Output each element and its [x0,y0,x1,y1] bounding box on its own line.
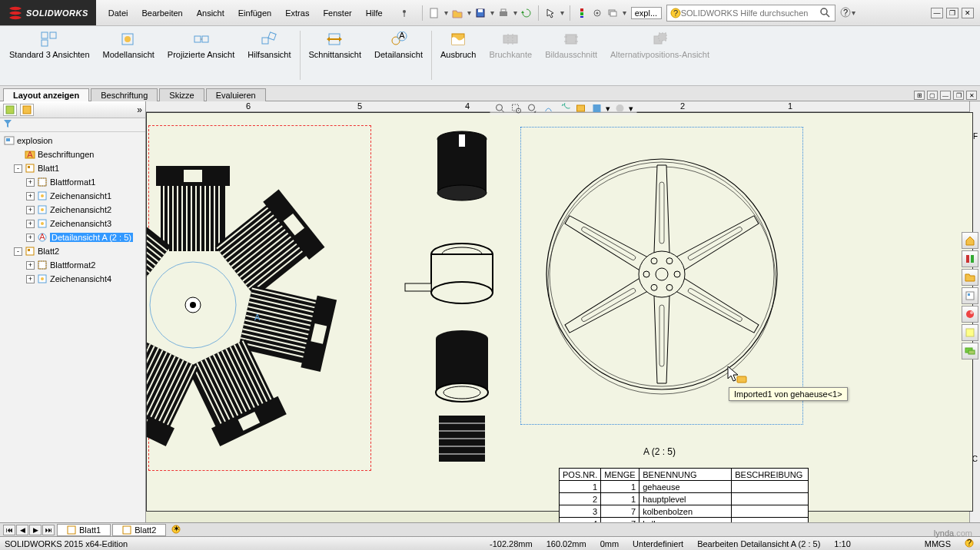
print-icon[interactable] [497,7,510,19]
tab-sketch[interactable]: Skizze [159,88,204,101]
doc-min-button[interactable]: — [940,91,951,100]
open-icon[interactable] [451,7,463,19]
sheet-tab-2[interactable]: Blatt2 [112,524,166,536]
tree-item[interactable]: +Blattformat1 [0,175,145,189]
menu-einfuegen[interactable]: Einfügen [232,5,277,21]
search-input[interactable] [681,8,819,18]
main-menu: Datei Bearbeiten Ansicht Einfügen Extras… [96,5,389,21]
appearances-icon[interactable] [962,306,978,323]
menu-fenster[interactable]: Fenster [317,5,357,21]
tree-root[interactable]: explosion [0,134,145,147]
svg-rect-25 [194,36,201,42]
tree-item[interactable]: +Zeichenansicht1 [0,189,145,203]
sheet-nav-next[interactable]: ▶ [29,525,42,535]
sheet-nav-last[interactable]: ⏭ [42,525,55,535]
file-explorer-icon[interactable] [962,269,978,286]
drawing-area[interactable]: 6 5 4 2 1 F E D C ▾ ▾ [146,101,980,522]
menu-hilfe[interactable]: Hilfe [360,5,389,21]
settings-icon[interactable] [591,7,603,19]
zoom-fit-icon[interactable] [493,102,507,114]
edit-color-icon[interactable] [590,102,603,114]
apply-scene-icon[interactable] [613,102,626,114]
custom-props-icon[interactable] [962,324,978,341]
tab-evaluate[interactable]: Evaluieren [206,88,266,101]
sheet-nav-first[interactable]: ⏮ [3,525,15,535]
layers-icon[interactable] [606,7,619,19]
svg-point-74 [190,302,196,308]
doc-close-button[interactable]: ✕ [966,91,977,100]
view-palette-icon[interactable] [962,287,978,304]
cmd-projected-view[interactable]: Projizierte Ansicht [161,28,241,62]
panel-collapse-icon[interactable]: » [137,104,142,115]
home-icon[interactable] [962,232,978,249]
tree-item[interactable]: +Blattformat2 [0,258,145,272]
select-icon[interactable] [544,7,556,19]
hide-show-icon[interactable] [573,102,587,114]
display-style-icon[interactable] [557,102,571,114]
tree-filter[interactable] [0,118,145,132]
menu-extras[interactable]: Extras [279,5,315,21]
doc-max-button[interactable]: ❐ [953,91,964,100]
drawing-view-2 [393,124,531,485]
status-flag-icon[interactable]: ? [965,538,975,549]
sheet-tab-1[interactable]: Blatt1 [57,524,111,536]
menu-bearbeiten[interactable]: Bearbeiten [135,5,188,21]
search-icon[interactable] [819,7,832,19]
bom-table[interactable]: POS.NR. MENGE BENENNUNG BESCHREIBUNG 11g… [559,468,809,522]
svg-point-62 [41,277,44,280]
cmd-detail-view[interactable]: ADetailansicht [368,28,429,62]
cmd-section-view[interactable]: Schnittansicht [303,28,367,62]
svg-point-63 [496,104,502,111]
tree-item[interactable]: ABeschriftungen [0,147,145,161]
restore-button[interactable]: ❐ [946,8,958,18]
save-icon[interactable] [474,7,487,19]
help-dropdown-icon[interactable]: ? [840,7,851,19]
filter-icon [3,119,12,128]
section-view-icon[interactable] [541,102,555,114]
forum-icon[interactable] [962,343,978,359]
minimize-button[interactable]: — [931,8,943,18]
tree-item[interactable]: +Zeichenansicht2 [0,203,145,217]
cmd-standard-3-views[interactable]: Standard 3 Ansichten [3,28,96,62]
tab-layout[interactable]: Layout anzeigen [3,88,89,101]
table-row[interactable]: 21hauptplevel [560,493,809,505]
doc-prev-icon[interactable]: ⊞ [914,91,925,100]
status-units: MMGS [925,539,951,548]
svg-point-54 [41,222,44,225]
rebuild-icon[interactable] [520,7,533,19]
menu-datei[interactable]: Datei [102,5,135,21]
panel-tab-feature-icon[interactable] [3,104,17,116]
menu-ansicht[interactable]: Ansicht [191,5,231,21]
new-icon[interactable] [428,7,440,19]
tree-item[interactable]: +Zeichenansicht3 [0,217,145,230]
pin-icon[interactable] [398,7,410,19]
table-row[interactable]: 47kolben [560,518,809,523]
options-icon[interactable] [576,7,588,19]
panel-tab-property-icon[interactable] [20,104,34,116]
doc-next-icon[interactable]: ▢ [927,91,938,100]
cmd-auxiliary-view[interactable]: Hilfsansicht [241,28,297,62]
cmd-broken-out[interactable]: Ausbruch [434,28,482,62]
tree-item[interactable]: -Blatt1 [0,161,145,175]
svg-point-0 [403,10,406,13]
close-button[interactable]: ✕ [962,8,974,18]
tree-item[interactable]: +ADetailansicht A (2 : 5) [0,230,145,244]
design-library-icon[interactable] [962,250,978,267]
svg-point-190 [437,185,487,200]
tree-item[interactable]: +Zeichenansicht4 [0,272,145,286]
table-row[interactable]: 11gehaeuse [560,481,809,493]
status-scale: 1:10 [834,539,850,548]
zoom-area-icon[interactable] [509,102,523,114]
sheet-nav-prev[interactable]: ◀ [16,525,28,535]
add-sheet-icon[interactable]: ✶ [171,524,181,536]
quick-toolbar: ▾ ▾ ▾ ▾ ▾ ▾ [420,5,626,21]
prev-view-icon[interactable] [525,102,539,114]
ribbon-tabs: Layout anzeigen Beschriftung Skizze Eval… [0,86,980,101]
help-search[interactable]: ? [666,5,835,22]
svg-rect-213 [659,305,664,366]
table-row[interactable]: 37kolbenbolzen [560,505,809,518]
document-name-field[interactable]: expl... [631,7,662,19]
tab-annotation[interactable]: Beschriftung [91,88,158,101]
tree-item[interactable]: -Blatt2 [0,244,145,258]
cmd-model-view[interactable]: Modellansicht [97,28,161,62]
